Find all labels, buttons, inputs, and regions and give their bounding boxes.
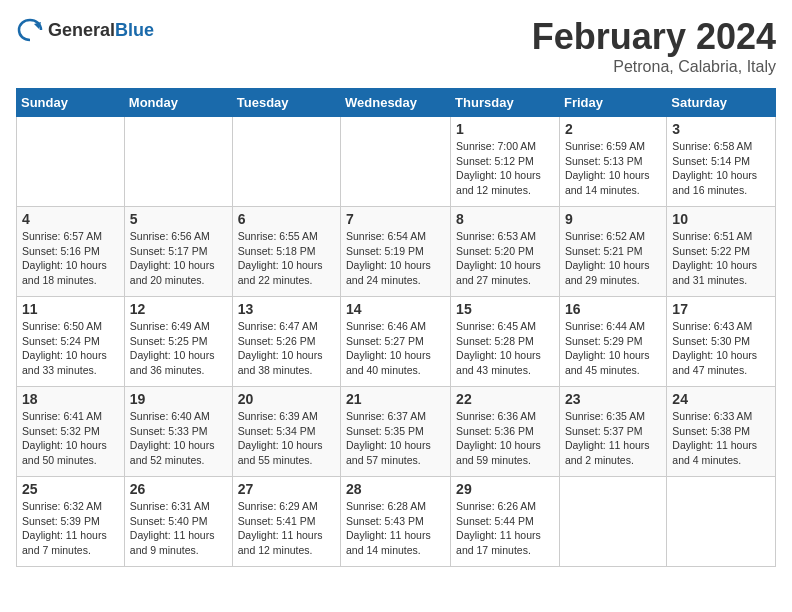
- day-info: Sunrise: 6:54 AM Sunset: 5:19 PM Dayligh…: [346, 229, 445, 288]
- calendar-cell: 21Sunrise: 6:37 AM Sunset: 5:35 PM Dayli…: [341, 387, 451, 477]
- day-info: Sunrise: 6:47 AM Sunset: 5:26 PM Dayligh…: [238, 319, 335, 378]
- day-number: 29: [456, 481, 554, 497]
- calendar-week-5: 25Sunrise: 6:32 AM Sunset: 5:39 PM Dayli…: [17, 477, 776, 567]
- calendar-cell: [341, 117, 451, 207]
- day-number: 28: [346, 481, 445, 497]
- calendar-cell: 13Sunrise: 6:47 AM Sunset: 5:26 PM Dayli…: [232, 297, 340, 387]
- day-number: 3: [672, 121, 770, 137]
- day-info: Sunrise: 6:53 AM Sunset: 5:20 PM Dayligh…: [456, 229, 554, 288]
- col-header-monday: Monday: [124, 89, 232, 117]
- calendar-cell: 18Sunrise: 6:41 AM Sunset: 5:32 PM Dayli…: [17, 387, 125, 477]
- day-info: Sunrise: 6:59 AM Sunset: 5:13 PM Dayligh…: [565, 139, 661, 198]
- day-number: 2: [565, 121, 661, 137]
- title-block: February 2024 Petrona, Calabria, Italy: [532, 16, 776, 76]
- col-header-tuesday: Tuesday: [232, 89, 340, 117]
- calendar-cell: 11Sunrise: 6:50 AM Sunset: 5:24 PM Dayli…: [17, 297, 125, 387]
- day-info: Sunrise: 6:55 AM Sunset: 5:18 PM Dayligh…: [238, 229, 335, 288]
- col-header-friday: Friday: [559, 89, 666, 117]
- calendar-cell: 25Sunrise: 6:32 AM Sunset: 5:39 PM Dayli…: [17, 477, 125, 567]
- day-info: Sunrise: 6:57 AM Sunset: 5:16 PM Dayligh…: [22, 229, 119, 288]
- day-info: Sunrise: 6:29 AM Sunset: 5:41 PM Dayligh…: [238, 499, 335, 558]
- day-info: Sunrise: 6:50 AM Sunset: 5:24 PM Dayligh…: [22, 319, 119, 378]
- calendar-cell: 10Sunrise: 6:51 AM Sunset: 5:22 PM Dayli…: [667, 207, 776, 297]
- calendar-cell: 9Sunrise: 6:52 AM Sunset: 5:21 PM Daylig…: [559, 207, 666, 297]
- calendar-cell: 1Sunrise: 7:00 AM Sunset: 5:12 PM Daylig…: [451, 117, 560, 207]
- day-number: 22: [456, 391, 554, 407]
- calendar-cell: 5Sunrise: 6:56 AM Sunset: 5:17 PM Daylig…: [124, 207, 232, 297]
- calendar-cell: 28Sunrise: 6:28 AM Sunset: 5:43 PM Dayli…: [341, 477, 451, 567]
- calendar-cell: [124, 117, 232, 207]
- calendar-cell: [559, 477, 666, 567]
- calendar-week-2: 4Sunrise: 6:57 AM Sunset: 5:16 PM Daylig…: [17, 207, 776, 297]
- day-number: 1: [456, 121, 554, 137]
- day-number: 5: [130, 211, 227, 227]
- col-header-wednesday: Wednesday: [341, 89, 451, 117]
- calendar-cell: 2Sunrise: 6:59 AM Sunset: 5:13 PM Daylig…: [559, 117, 666, 207]
- day-info: Sunrise: 6:32 AM Sunset: 5:39 PM Dayligh…: [22, 499, 119, 558]
- calendar-cell: 26Sunrise: 6:31 AM Sunset: 5:40 PM Dayli…: [124, 477, 232, 567]
- day-info: Sunrise: 6:41 AM Sunset: 5:32 PM Dayligh…: [22, 409, 119, 468]
- calendar-cell: 17Sunrise: 6:43 AM Sunset: 5:30 PM Dayli…: [667, 297, 776, 387]
- col-header-sunday: Sunday: [17, 89, 125, 117]
- day-info: Sunrise: 6:58 AM Sunset: 5:14 PM Dayligh…: [672, 139, 770, 198]
- header-row: SundayMondayTuesdayWednesdayThursdayFrid…: [17, 89, 776, 117]
- calendar-cell: 4Sunrise: 6:57 AM Sunset: 5:16 PM Daylig…: [17, 207, 125, 297]
- day-number: 7: [346, 211, 445, 227]
- calendar-cell: 7Sunrise: 6:54 AM Sunset: 5:19 PM Daylig…: [341, 207, 451, 297]
- logo[interactable]: GeneralBlue: [16, 16, 154, 44]
- calendar-cell: 19Sunrise: 6:40 AM Sunset: 5:33 PM Dayli…: [124, 387, 232, 477]
- logo-blue: Blue: [115, 20, 154, 40]
- day-info: Sunrise: 6:40 AM Sunset: 5:33 PM Dayligh…: [130, 409, 227, 468]
- calendar-cell: 14Sunrise: 6:46 AM Sunset: 5:27 PM Dayli…: [341, 297, 451, 387]
- page-header: GeneralBlue February 2024 Petrona, Calab…: [16, 16, 776, 76]
- logo-icon: [16, 16, 44, 44]
- day-number: 25: [22, 481, 119, 497]
- day-info: Sunrise: 6:31 AM Sunset: 5:40 PM Dayligh…: [130, 499, 227, 558]
- day-number: 19: [130, 391, 227, 407]
- calendar-cell: 20Sunrise: 6:39 AM Sunset: 5:34 PM Dayli…: [232, 387, 340, 477]
- calendar-table: SundayMondayTuesdayWednesdayThursdayFrid…: [16, 88, 776, 567]
- day-number: 14: [346, 301, 445, 317]
- day-number: 4: [22, 211, 119, 227]
- col-header-thursday: Thursday: [451, 89, 560, 117]
- day-number: 17: [672, 301, 770, 317]
- logo-general: General: [48, 20, 115, 40]
- calendar-cell: 12Sunrise: 6:49 AM Sunset: 5:25 PM Dayli…: [124, 297, 232, 387]
- day-number: 21: [346, 391, 445, 407]
- calendar-cell: 3Sunrise: 6:58 AM Sunset: 5:14 PM Daylig…: [667, 117, 776, 207]
- day-info: Sunrise: 6:43 AM Sunset: 5:30 PM Dayligh…: [672, 319, 770, 378]
- calendar-cell: 29Sunrise: 6:26 AM Sunset: 5:44 PM Dayli…: [451, 477, 560, 567]
- calendar-cell: 16Sunrise: 6:44 AM Sunset: 5:29 PM Dayli…: [559, 297, 666, 387]
- day-info: Sunrise: 6:37 AM Sunset: 5:35 PM Dayligh…: [346, 409, 445, 468]
- calendar-week-1: 1Sunrise: 7:00 AM Sunset: 5:12 PM Daylig…: [17, 117, 776, 207]
- day-number: 11: [22, 301, 119, 317]
- day-number: 26: [130, 481, 227, 497]
- day-info: Sunrise: 6:36 AM Sunset: 5:36 PM Dayligh…: [456, 409, 554, 468]
- day-info: Sunrise: 6:28 AM Sunset: 5:43 PM Dayligh…: [346, 499, 445, 558]
- calendar-cell: 15Sunrise: 6:45 AM Sunset: 5:28 PM Dayli…: [451, 297, 560, 387]
- day-number: 23: [565, 391, 661, 407]
- location-title: Petrona, Calabria, Italy: [532, 58, 776, 76]
- calendar-week-3: 11Sunrise: 6:50 AM Sunset: 5:24 PM Dayli…: [17, 297, 776, 387]
- calendar-cell: [232, 117, 340, 207]
- month-title: February 2024: [532, 16, 776, 58]
- calendar-cell: 23Sunrise: 6:35 AM Sunset: 5:37 PM Dayli…: [559, 387, 666, 477]
- day-number: 20: [238, 391, 335, 407]
- calendar-cell: [667, 477, 776, 567]
- day-info: Sunrise: 6:26 AM Sunset: 5:44 PM Dayligh…: [456, 499, 554, 558]
- day-info: Sunrise: 6:45 AM Sunset: 5:28 PM Dayligh…: [456, 319, 554, 378]
- calendar-cell: 27Sunrise: 6:29 AM Sunset: 5:41 PM Dayli…: [232, 477, 340, 567]
- col-header-saturday: Saturday: [667, 89, 776, 117]
- calendar-week-4: 18Sunrise: 6:41 AM Sunset: 5:32 PM Dayli…: [17, 387, 776, 477]
- day-number: 16: [565, 301, 661, 317]
- calendar-cell: 6Sunrise: 6:55 AM Sunset: 5:18 PM Daylig…: [232, 207, 340, 297]
- day-info: Sunrise: 6:56 AM Sunset: 5:17 PM Dayligh…: [130, 229, 227, 288]
- day-info: Sunrise: 6:51 AM Sunset: 5:22 PM Dayligh…: [672, 229, 770, 288]
- day-info: Sunrise: 6:39 AM Sunset: 5:34 PM Dayligh…: [238, 409, 335, 468]
- day-number: 10: [672, 211, 770, 227]
- day-number: 8: [456, 211, 554, 227]
- calendar-cell: 22Sunrise: 6:36 AM Sunset: 5:36 PM Dayli…: [451, 387, 560, 477]
- day-info: Sunrise: 6:49 AM Sunset: 5:25 PM Dayligh…: [130, 319, 227, 378]
- day-number: 27: [238, 481, 335, 497]
- day-number: 18: [22, 391, 119, 407]
